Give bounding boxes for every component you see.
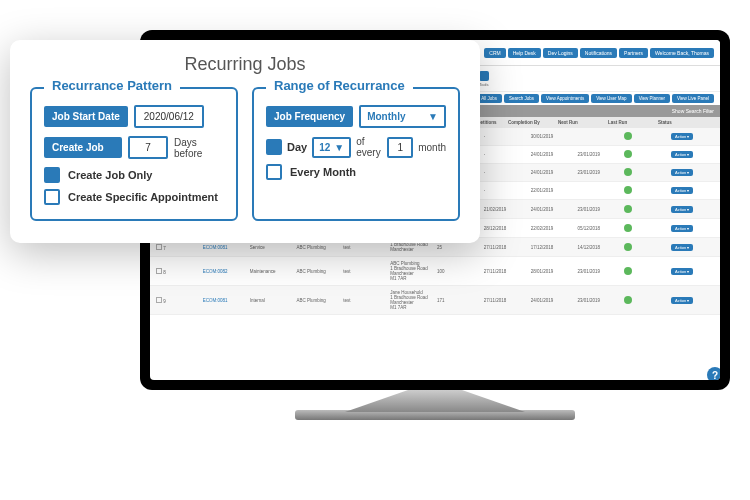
th-comp: Completion By: [506, 119, 556, 126]
status-ok-icon: [624, 186, 632, 194]
sub-all-jobs[interactable]: All Jobs: [476, 94, 502, 103]
cell-completion: 21/02/2019: [482, 206, 529, 213]
cell-completion: 27/11/2018: [482, 244, 529, 251]
pattern-legend: Recurrance Pattern: [44, 78, 180, 93]
cell-last-run: 23/01/2019: [575, 169, 622, 176]
help-bubble-icon[interactable]: ?: [707, 367, 720, 380]
cell-reps: 171: [435, 297, 482, 304]
create-specific-appointment-checkbox[interactable]: [44, 189, 60, 205]
top-btn-dev[interactable]: Dev Logins: [543, 48, 578, 58]
table-row[interactable]: 8ECOM:0082MaintenanceABC PlumbingtestABC…: [150, 257, 720, 286]
action-button[interactable]: Action ▾: [671, 268, 693, 275]
create-job-label: Create Job: [44, 137, 122, 158]
cell-status: [622, 242, 669, 253]
cell-type: Internal: [248, 297, 295, 304]
cell-last-run: 23/01/2019: [575, 206, 622, 213]
table-row[interactable]: 9ECOM:0081InternalABC PlumbingtestJane H…: [150, 286, 720, 315]
cell-status: [622, 204, 669, 215]
status-ok-icon: [624, 205, 632, 213]
cell-completion: -: [482, 151, 529, 158]
cell-job: test: [341, 244, 388, 251]
action-button[interactable]: Action ▾: [671, 225, 693, 232]
th-status: Status: [656, 119, 686, 126]
recurring-jobs-modal: Recurring Jobs Recurrance Pattern Job St…: [10, 40, 480, 243]
cell-status: [622, 295, 669, 306]
action-button[interactable]: Action ▾: [671, 244, 693, 251]
status-ok-icon: [624, 296, 632, 304]
month-value-input[interactable]: 1: [387, 137, 413, 158]
cell-ref[interactable]: ECOM:0081: [201, 297, 248, 304]
status-ok-icon: [624, 168, 632, 176]
top-btn-help[interactable]: Help Desk: [508, 48, 541, 58]
top-btn-notif[interactable]: Notifications: [580, 48, 617, 58]
cell-next-run: 22/02/2019: [529, 225, 576, 232]
cell-last-run: [575, 190, 622, 192]
day-value-select[interactable]: 12 ▼: [312, 137, 351, 158]
monitor-stand: [345, 390, 525, 412]
th-last: Last Run: [606, 119, 656, 126]
cell-ref[interactable]: ECOM:0081: [201, 244, 248, 251]
sub-user-map[interactable]: View User Map: [591, 94, 631, 103]
every-month-checkbox[interactable]: [266, 164, 282, 180]
sub-view-planner[interactable]: View Planner: [634, 94, 670, 103]
cell-completion: -: [482, 187, 529, 194]
tool-tools[interactable]: Tools: [479, 71, 489, 87]
row-checkbox[interactable]: [156, 297, 162, 303]
every-month-label: Every Month: [290, 166, 356, 178]
action-button[interactable]: Action ▾: [671, 151, 693, 158]
job-frequency-label: Job Frequency: [266, 106, 353, 127]
sub-view-appts[interactable]: View Appointments: [541, 94, 589, 103]
chevron-down-icon: ▼: [334, 142, 344, 153]
day-checkbox[interactable]: [266, 139, 282, 155]
cell-status: [622, 223, 669, 234]
action-button[interactable]: Action ▾: [671, 187, 693, 194]
row-checkbox[interactable]: [156, 244, 162, 250]
top-btn-partners[interactable]: Partners: [619, 48, 648, 58]
job-start-date-input[interactable]: 2020/06/12: [134, 105, 204, 128]
modal-title: Recurring Jobs: [30, 54, 460, 75]
action-button[interactable]: Action ▾: [671, 206, 693, 213]
create-job-only-checkbox[interactable]: [44, 167, 60, 183]
action-button[interactable]: Action ▾: [671, 297, 693, 304]
cell-status: [622, 149, 669, 160]
chevron-down-icon: ▼: [428, 111, 438, 122]
action-button[interactable]: Action ▾: [671, 133, 693, 140]
cell-next-run: 22/01/2019: [529, 187, 576, 194]
cell-reps: 25: [435, 244, 482, 251]
of-every-text: of every: [356, 136, 382, 158]
th-next: Next Run: [556, 119, 606, 126]
cell-ref[interactable]: ECOM:0082: [201, 268, 248, 275]
range-of-recurrance-fieldset: Range of Recurrance Job Frequency Monthl…: [252, 87, 460, 221]
cell-status: [622, 131, 669, 142]
cell-status: [622, 167, 669, 178]
action-button[interactable]: Action ▾: [671, 169, 693, 176]
row-checkbox[interactable]: [156, 268, 162, 274]
cell-job: test: [341, 297, 388, 304]
month-label: month: [418, 142, 446, 153]
cell-status: [622, 266, 669, 277]
top-button-bar: CRM Help Desk Dev Logins Notifications P…: [484, 48, 714, 58]
cell-type: Maintenance: [248, 268, 295, 275]
tools-icon: [479, 71, 489, 81]
top-btn-crm[interactable]: CRM: [484, 48, 505, 58]
cell-customer: ABC Plumbing: [294, 244, 341, 251]
sub-search-jobs[interactable]: Search Jobs: [504, 94, 539, 103]
create-job-days-input[interactable]: 7: [128, 136, 168, 159]
cell-customer: ABC Plumbing: [294, 297, 341, 304]
status-ok-icon: [624, 243, 632, 251]
cell-completion: -: [482, 169, 529, 176]
cell-status: [622, 185, 669, 196]
create-job-only-label: Create Job Only: [68, 169, 152, 181]
filter-text: Show Search Filter: [672, 108, 714, 114]
cell-type: Service: [248, 244, 295, 251]
cell-last-run: 23/01/2019: [575, 297, 622, 304]
cell-last-run: [575, 136, 622, 138]
create-specific-appointment-label: Create Specific Appointment: [68, 191, 218, 203]
job-frequency-select[interactable]: Monthly ▼: [359, 105, 446, 128]
job-start-date-label: Job Start Date: [44, 106, 128, 127]
day-label: Day: [287, 141, 307, 153]
top-btn-welcome[interactable]: Welcome Back, Thomas: [650, 48, 714, 58]
sub-live-panel[interactable]: View Live Panel: [672, 94, 714, 103]
cell-customer: ABC Plumbing: [294, 268, 341, 275]
status-ok-icon: [624, 150, 632, 158]
